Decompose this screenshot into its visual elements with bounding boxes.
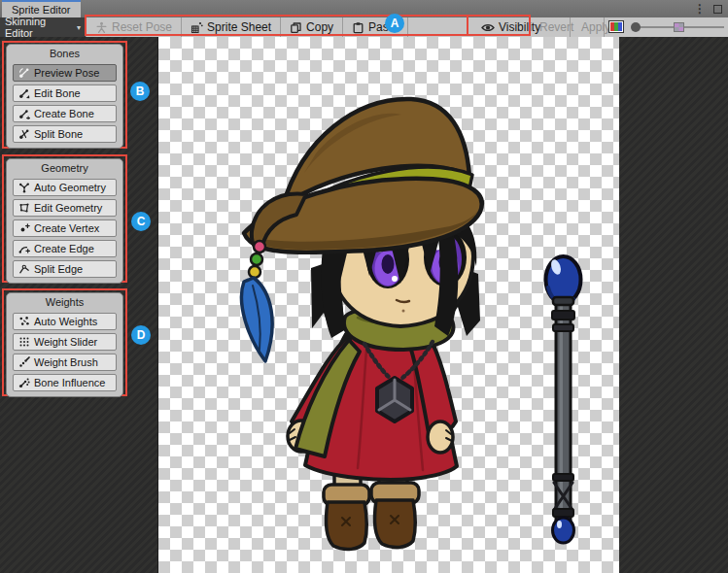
editor-mode-label: Skinning Editor <box>5 16 73 39</box>
split-bone-button[interactable]: Split Bone <box>13 125 117 143</box>
edit-bone-icon <box>18 87 30 99</box>
edit-bone-button[interactable]: Edit Bone <box>13 84 117 102</box>
annotation-badge-b: B <box>130 82 150 101</box>
preview-pose-icon <box>18 67 30 79</box>
button-label: Preview Pose <box>34 67 99 79</box>
badge-label: B <box>136 84 145 98</box>
feather <box>241 278 272 361</box>
annotation-badge-a: A <box>385 14 404 33</box>
edit-geometry-icon <box>18 202 30 214</box>
reset-pose-icon <box>95 21 108 34</box>
button-label: Auto Geometry <box>34 182 106 193</box>
texture-mip-icon <box>674 22 684 32</box>
staff-sprite <box>546 256 581 543</box>
sprite-editor-window: Sprite Editor ⋮ Skinning Editor ▾ Reset … <box>0 0 728 573</box>
button-label: Copy <box>306 20 333 34</box>
boot-left <box>326 502 366 550</box>
copy-button[interactable]: Copy <box>281 17 342 37</box>
badge-label: A <box>391 17 399 30</box>
button-label: Weight Slider <box>34 336 97 348</box>
tab-label: Sprite Editor <box>12 4 71 16</box>
button-label: Edit Bone <box>34 87 81 99</box>
button-label: Weight Brush <box>34 356 98 368</box>
auto-geometry-button[interactable]: Auto Geometry <box>13 179 117 196</box>
weights-panel: Weights Auto Weights Weight Slider Weigh… <box>6 292 123 397</box>
create-vertex-icon <box>18 222 30 234</box>
button-label: Auto Weights <box>34 316 97 327</box>
create-edge-icon <box>18 243 30 254</box>
restore-window-icon[interactable] <box>713 5 722 14</box>
sprite-sheet-button[interactable]: Sprite Sheet <box>182 17 280 37</box>
create-edge-button[interactable]: Create Edge <box>13 240 117 257</box>
zoom-slider-handle[interactable] <box>631 22 641 32</box>
create-bone-icon <box>18 108 30 119</box>
toolbar-separator <box>407 17 408 37</box>
badge-label: D <box>137 328 146 342</box>
annotation-badge-c: C <box>131 212 151 231</box>
reset-pose-button[interactable]: Reset Pose <box>87 17 181 37</box>
boot-right <box>374 500 415 548</box>
window-controls: ⋮ <box>694 0 722 17</box>
geometry-panel: Geometry Auto Geometry Edit Geometry Cre… <box>6 158 123 284</box>
editor-main-area: B C D Bones Preview Pose Edit Bone Creat… <box>0 37 728 573</box>
button-label: Edit Geometry <box>34 202 102 214</box>
split-bone-icon <box>18 128 30 140</box>
bead-yellow <box>249 266 260 278</box>
copy-icon <box>290 21 302 34</box>
toolbar-separator <box>570 17 571 37</box>
sprite-sheet-icon <box>191 21 203 34</box>
weight-slider-icon <box>18 336 30 348</box>
kebab-menu-icon[interactable]: ⋮ <box>694 0 706 17</box>
create-vertex-button[interactable]: Create Vertex <box>13 219 117 237</box>
toolbar-separator <box>604 17 605 37</box>
toolbar-buttons: Reset Pose Sprite Sheet Copy Paste <box>86 17 408 37</box>
bead-pink <box>254 241 265 253</box>
badge-label: C <box>137 215 146 228</box>
button-label: Apply <box>581 20 610 34</box>
panel-title: Weights <box>13 295 117 310</box>
chevron-down-icon: ▾ <box>77 23 81 32</box>
weight-slider-button[interactable]: Weight Slider <box>13 333 117 351</box>
rgb-swatch-icon[interactable] <box>608 20 624 33</box>
editor-mode-dropdown[interactable]: Skinning Editor ▾ <box>0 17 86 37</box>
sprite-artwork <box>158 37 620 573</box>
button-label: Split Edge <box>34 263 83 275</box>
skinning-toolbar: Skinning Editor ▾ Reset Pose Sprite Shee… <box>0 17 728 37</box>
button-label: Create Bone <box>34 108 94 119</box>
bone-influence-button[interactable]: Bone Influence <box>13 374 117 391</box>
sprite-canvas[interactable] <box>157 37 619 573</box>
button-label: Split Bone <box>34 128 83 140</box>
character-sprite <box>241 99 481 550</box>
panel-title: Bones <box>13 47 117 61</box>
eye-icon <box>481 22 495 33</box>
split-edge-button[interactable]: Split Edge <box>13 260 117 278</box>
button-label: Sprite Sheet <box>207 20 271 34</box>
create-bone-button[interactable]: Create Bone <box>13 105 117 122</box>
auto-weights-icon <box>18 316 30 327</box>
button-label: Reset Pose <box>112 20 172 34</box>
weight-brush-icon <box>18 356 30 368</box>
auto-weights-button[interactable]: Auto Weights <box>13 313 117 330</box>
split-edge-icon <box>18 263 30 275</box>
auto-geometry-icon <box>18 182 30 193</box>
bone-influence-icon <box>18 377 30 388</box>
tab-bar: Sprite Editor ⋮ <box>0 0 728 17</box>
button-label: Bone Influence <box>34 377 105 388</box>
weight-brush-button[interactable]: Weight Brush <box>13 354 117 371</box>
button-label: Create Vertex <box>34 222 99 234</box>
witch-hat <box>244 99 482 253</box>
bones-panel: Bones Preview Pose Edit Bone Create Bone… <box>6 44 123 149</box>
annotation-badge-d: D <box>131 325 151 345</box>
edit-geometry-button[interactable]: Edit Geometry <box>13 199 117 217</box>
bead-green <box>251 253 262 265</box>
button-label: Create Edge <box>34 243 94 254</box>
preview-pose-button[interactable]: Preview Pose <box>13 64 117 82</box>
paste-icon <box>352 21 364 34</box>
panel-title: Geometry <box>13 161 117 176</box>
